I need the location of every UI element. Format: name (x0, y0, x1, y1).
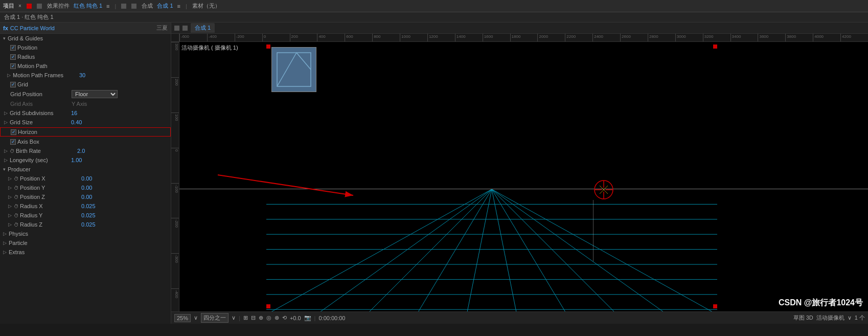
tool-icon-1[interactable]: ⊞ (243, 315, 248, 321)
tool-icon-5[interactable]: ⊗ (275, 315, 279, 321)
view-mode[interactable]: 草图 3D (793, 314, 813, 322)
producer-section[interactable]: ▾ Producer (0, 165, 171, 174)
grid-cb-icon[interactable] (10, 82, 16, 87)
position-checkbox[interactable]: Position (10, 44, 37, 51)
ry-arrow: ▷ (8, 213, 12, 218)
gsize-value[interactable]: 0.40 (71, 119, 82, 125)
sep2: | (314, 315, 316, 321)
motion-path-checkbox[interactable]: Motion Path (10, 63, 48, 69)
physics-section[interactable]: ▷ Physics (0, 229, 171, 238)
horizon-label: Horizon (18, 129, 37, 135)
svg-line-1 (277, 53, 296, 86)
ruler-tick-v-100: 100 (171, 113, 179, 121)
svg-line-12 (492, 189, 717, 315)
canvas-grey-sq2 (182, 26, 188, 31)
pos-x-value[interactable]: 0.00 (81, 175, 92, 182)
rad-z-clock-icon: ⏱ (14, 222, 19, 228)
pos-x-clock-icon: ⏱ (14, 176, 19, 182)
ruler-tick-h-200: 200 (290, 34, 298, 41)
tool-icon-7[interactable]: 📷 (304, 315, 311, 321)
rad-x-value[interactable]: 0.025 (81, 203, 96, 209)
birth-rate-row: ▷ ⏱ Birth Rate 2.0 (0, 146, 171, 155)
project-tab[interactable]: 项目 (3, 2, 14, 10)
svg-line-4 (316, 189, 492, 315)
effects-menu-icon[interactable]: ≡ (106, 3, 109, 9)
composite-name[interactable]: 合成 1 (157, 2, 173, 10)
view-count: 1 个 (855, 314, 865, 322)
tool-icon-2[interactable]: ⊟ (251, 315, 256, 321)
birth-rate-name: Birth Rate (16, 148, 77, 154)
pos-y-name: Position Y (20, 185, 81, 191)
horizon-checkbox[interactable]: Horizon (11, 129, 37, 135)
longevity-value[interactable]: 1.00 (71, 157, 82, 163)
separator: | (115, 3, 117, 9)
layout-label[interactable]: 四分之一 (201, 313, 229, 323)
grid-guides-section[interactable]: ▾ Grid & Guides (0, 34, 171, 43)
radius-checkbox-row: Radius (0, 52, 171, 61)
effects-label: 效果控件 (47, 2, 70, 10)
camera-label[interactable]: 活动摄像机 (816, 314, 844, 322)
axis-box-checkbox[interactable]: Axis Box (10, 139, 39, 145)
rad-y-name: Radius Y (20, 212, 81, 218)
motion-path-frames-row: ▷ Motion Path Frames 30 (0, 71, 171, 80)
producer-label: Producer (8, 166, 31, 172)
ruler-tick-h-600: 600 (345, 34, 353, 41)
svg-line-26 (604, 190, 608, 194)
rad-y-value[interactable]: 0.025 (81, 212, 96, 218)
pos-z-value[interactable]: 0.00 (81, 194, 92, 200)
horizon-cb-icon[interactable] (11, 129, 16, 135)
rad-z-value[interactable]: 0.025 (81, 221, 96, 228)
radius-checkbox[interactable]: Radius (10, 54, 35, 60)
tool-icon-3[interactable]: ⊕ (259, 315, 263, 321)
layout-chevron[interactable]: ∨ (232, 315, 236, 321)
pz-arrow: ▷ (8, 194, 12, 199)
grid-checkbox[interactable]: Grid (10, 81, 28, 87)
zoom-level[interactable]: 25% (174, 314, 191, 322)
axis-box-cb-icon[interactable] (10, 139, 16, 145)
tool-icon-6[interactable]: ⟲ (282, 315, 287, 321)
rad-z-name: Radius Z (20, 221, 81, 228)
ruler-area: -600-400-2000200400600800100012001400160… (171, 34, 868, 42)
extras-arrow: ▷ (3, 250, 7, 255)
ruler-tick-v-300: 300 (171, 42, 179, 50)
position-y-row: ▷ ⏱ Position Y 0.00 (0, 183, 171, 192)
ruler-tick-h--200: -200 (235, 34, 244, 41)
canvas-content[interactable]: 活动摄像机 ( 摄像机 1) (179, 42, 868, 324)
pos-z-name: Position Z (20, 194, 81, 200)
red-pure-label[interactable]: 红色 纯色 1 (74, 2, 102, 10)
svg-line-11 (492, 189, 667, 315)
radius-cb-icon[interactable] (10, 54, 16, 60)
rz-arrow: ▷ (8, 222, 12, 227)
composite-menu[interactable]: ≡ (177, 3, 180, 9)
zoom-chevron[interactable]: ∨ (194, 315, 198, 321)
project-tab-close[interactable]: × (18, 3, 21, 9)
grid-label: Grid (17, 81, 28, 87)
canvas-area: 合成 1 -600-400-20002004006008001000120014… (171, 23, 868, 324)
mpf-value[interactable]: 30 (79, 72, 85, 78)
grid-axis-value: Y Axis (72, 101, 87, 107)
rad-y-clock-icon: ⏱ (14, 213, 19, 218)
composite-tab[interactable]: 合成 (142, 2, 153, 10)
position-label: Position (17, 44, 37, 51)
grid-checkbox-row: Grid (0, 80, 171, 89)
ruler-tick-h-2400: 2400 (592, 34, 603, 41)
canvas-tab[interactable]: 合成 1 (191, 23, 215, 33)
grid-position-select[interactable]: Floor Ceiling Wall Left Wall Right (72, 90, 118, 98)
motion-path-cb-icon[interactable] (10, 63, 16, 69)
ruler-tick-h-3400: 3400 (730, 34, 741, 41)
gs-value[interactable]: 16 (71, 110, 77, 116)
position-cb-icon[interactable] (10, 45, 16, 51)
particle-section[interactable]: ▷ Particle (0, 238, 171, 248)
ruler-corner (171, 34, 179, 42)
grid-guides-arrow: ▾ (3, 36, 6, 41)
top-bar: 项目 × 效果控件 红色 纯色 1 ≡ | 合成 合成 1 ≡ | 素材（无） (0, 0, 868, 12)
birth-rate-value[interactable]: 2.0 (77, 148, 85, 154)
camera-chevron[interactable]: ∨ (848, 315, 852, 321)
plugin-menu[interactable]: 三夏 (156, 24, 168, 32)
bottom-bar: 25% ∨ 四分之一 ∨ | ⊞ ⊟ ⊕ ◎ ⊗ ⟲ +0.0 📷 | 0:00… (171, 311, 868, 324)
pos-y-value[interactable]: 0.00 (81, 185, 92, 191)
extras-section[interactable]: ▷ Extras (0, 248, 171, 257)
tool-icon-4[interactable]: ◎ (266, 315, 271, 321)
mpf-name: Motion Path Frames (13, 72, 79, 78)
grid-axis-row: Grid Axis Y Axis (0, 99, 171, 108)
